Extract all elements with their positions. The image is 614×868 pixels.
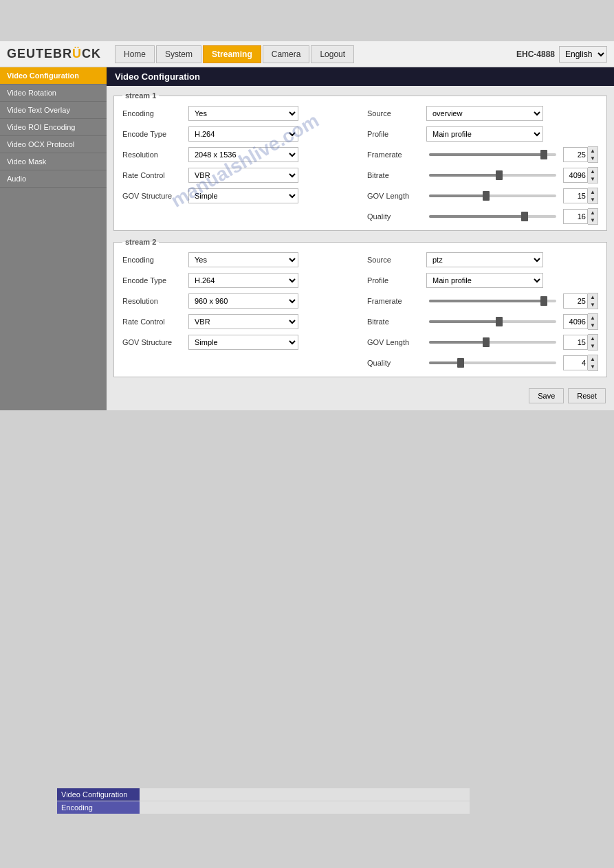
stream2-framerate-input[interactable] bbox=[563, 293, 588, 309]
bottom-bar: Video Configuration Encoding bbox=[0, 788, 614, 814]
stream2-quality-row: Quality ▲ ▼ bbox=[367, 355, 598, 371]
stream1-gov-length-up[interactable]: ▲ bbox=[588, 188, 597, 196]
stream2-form-grid: Encoding Yes No Encode Type H.264 H.265 bbox=[122, 252, 598, 371]
nav-streaming[interactable]: Streaming bbox=[203, 45, 261, 63]
stream2-encoding-select[interactable]: Yes No bbox=[188, 252, 298, 267]
stream2-framerate-down[interactable]: ▼ bbox=[588, 301, 597, 309]
stream1-rate-control-label: Rate Control bbox=[122, 171, 184, 179]
top-nav: GEUTEBRÜCK Home System Streaming Camera … bbox=[0, 41, 614, 67]
sidebar-item-video-roi-encoding[interactable]: Video ROI Encoding bbox=[0, 119, 107, 136]
stream1-framerate-up[interactable]: ▲ bbox=[588, 147, 597, 155]
stream1-gov-structure-row: GOV Structure Simple Advanced bbox=[122, 188, 353, 204]
stream1-encode-type-select[interactable]: H.264 H.265 MJPEG bbox=[188, 126, 298, 142]
stream2-framerate-row: Framerate ▲ ▼ bbox=[367, 293, 598, 309]
sidebar-item-video-ocx-protocol[interactable]: Video OCX Protocol bbox=[0, 136, 107, 153]
stream1-framerate-input[interactable] bbox=[563, 147, 588, 162]
stream2-gov-length-track bbox=[429, 341, 556, 344]
stream1-rate-control-select[interactable]: VBR CBR bbox=[188, 168, 298, 183]
stream2-rate-control-row: Rate Control VBR CBR bbox=[122, 313, 353, 330]
language-select[interactable]: English bbox=[559, 46, 607, 63]
nav-home[interactable]: Home bbox=[115, 45, 155, 63]
stream2-rate-control-select[interactable]: VBR CBR bbox=[188, 314, 298, 329]
stream2-quality-input[interactable] bbox=[563, 355, 588, 370]
stream2-bitrate-track bbox=[429, 320, 556, 323]
stream1-gov-length-row: GOV Length ▲ bbox=[367, 188, 598, 204]
action-buttons-row: Save Reset bbox=[107, 384, 614, 410]
stream1-gov-length-down[interactable]: ▼ bbox=[588, 196, 597, 203]
stream1-bitrate-row: Bitrate ▲ ▼ bbox=[367, 167, 598, 183]
stream2-gov-structure-select[interactable]: Simple Advanced bbox=[188, 335, 298, 350]
stream2-quality-down[interactable]: ▼ bbox=[588, 363, 597, 370]
stream2-quality-slider[interactable] bbox=[426, 361, 559, 364]
sidebar-item-video-config[interactable]: Video Configuration bbox=[0, 67, 107, 85]
stream2-source-select[interactable]: ptz overview bbox=[426, 252, 543, 267]
stream2-bitrate-down[interactable]: ▼ bbox=[588, 322, 597, 329]
stream1-bitrate-thumb[interactable] bbox=[496, 170, 503, 180]
stream2-framerate-slider[interactable] bbox=[426, 300, 559, 302]
stream1-quality-input[interactable] bbox=[563, 209, 588, 224]
reset-button[interactable]: Reset bbox=[568, 388, 606, 403]
nav-system[interactable]: System bbox=[156, 45, 201, 63]
stream1-quality-spinbtns: ▲ ▼ bbox=[588, 208, 598, 225]
stream2-framerate-thumb[interactable] bbox=[540, 296, 547, 306]
stream1-bitrate-input[interactable] bbox=[563, 168, 588, 183]
stream1-gov-length-thumb[interactable] bbox=[483, 191, 490, 201]
nav-logout[interactable]: Logout bbox=[311, 45, 354, 63]
stream1-source-select[interactable]: overview ptz bbox=[426, 106, 543, 121]
stream1-framerate-row: Framerate ▲ ▼ bbox=[367, 146, 598, 163]
stream2-framerate-fill bbox=[429, 300, 544, 302]
stream1-bitrate-down[interactable]: ▼ bbox=[588, 175, 597, 183]
stream2-gov-length-input[interactable] bbox=[563, 335, 588, 350]
stream1-bitrate-up[interactable]: ▲ bbox=[588, 168, 597, 175]
stream2-framerate-up[interactable]: ▲ bbox=[588, 293, 597, 301]
stream1-encode-type-label: Encode Type bbox=[122, 130, 184, 138]
bottom-bar-label2: Encoding bbox=[57, 801, 140, 814]
stream2-framerate-label: Framerate bbox=[367, 297, 422, 305]
stream2-gov-length-slider[interactable] bbox=[426, 341, 559, 344]
stream2-gov-length-up[interactable]: ▲ bbox=[588, 335, 597, 342]
nav-camera[interactable]: Camera bbox=[263, 45, 310, 63]
bottom-bar-row2: Encoding bbox=[57, 801, 470, 814]
stream2-quality-thumb[interactable] bbox=[457, 358, 464, 368]
stream2-resolution-row: Resolution 960 x 960 640 x 480 bbox=[122, 293, 353, 309]
stream2-resolution-label: Resolution bbox=[122, 297, 184, 305]
stream1-encode-type-row: Encode Type H.264 H.265 MJPEG bbox=[122, 126, 353, 142]
stream1-quality-down[interactable]: ▼ bbox=[588, 216, 597, 224]
stream1-gov-length-fill bbox=[429, 194, 486, 197]
stream1-bitrate-track bbox=[429, 174, 556, 177]
stream1-framerate-down[interactable]: ▼ bbox=[588, 155, 597, 162]
sidebar-item-video-mask[interactable]: Video Mask bbox=[0, 153, 107, 170]
stream2-resolution-select[interactable]: 960 x 960 640 x 480 bbox=[188, 293, 298, 309]
stream2-bitrate-input[interactable] bbox=[563, 314, 588, 329]
stream1-gov-length-slider[interactable] bbox=[426, 194, 559, 197]
stream2-gov-length-spinbtns: ▲ ▼ bbox=[588, 334, 598, 350]
sidebar-item-video-rotation[interactable]: Video Rotation bbox=[0, 85, 107, 102]
stream1-gov-length-input[interactable] bbox=[563, 188, 588, 203]
stream2-bitrate-thumb[interactable] bbox=[496, 317, 503, 326]
stream1-resolution-select[interactable]: 2048 x 1536 1920 x 1080 1280 x 720 bbox=[188, 147, 298, 162]
stream2-bitrate-label: Bitrate bbox=[367, 318, 422, 326]
stream1-form-grid: Encoding Yes No Encode Type H.264 H.265 bbox=[122, 105, 598, 225]
stream1-encoding-select[interactable]: Yes No bbox=[188, 106, 298, 121]
stream1-quality-slider[interactable] bbox=[426, 215, 559, 218]
sidebar-item-audio[interactable]: Audio bbox=[0, 170, 107, 188]
save-button[interactable]: Save bbox=[529, 388, 564, 403]
bottom-bar-row1: Video Configuration bbox=[57, 788, 470, 801]
stream1-framerate-thumb[interactable] bbox=[540, 150, 547, 159]
stream2-bitrate-spin: ▲ ▼ bbox=[563, 313, 598, 330]
stream1-bitrate-slider[interactable] bbox=[426, 174, 559, 177]
stream1-quality-up[interactable]: ▲ bbox=[588, 209, 597, 216]
stream2-encoding-row: Encoding Yes No bbox=[122, 252, 353, 268]
stream2-encode-type-select[interactable]: H.264 H.265 bbox=[188, 273, 298, 288]
sidebar-item-video-text-overlay[interactable]: Video Text Overlay bbox=[0, 102, 107, 119]
stream1-profile-select[interactable]: Main profile Baseline High bbox=[426, 126, 543, 142]
stream2-quality-up[interactable]: ▲ bbox=[588, 355, 597, 363]
stream2-bitrate-up[interactable]: ▲ bbox=[588, 314, 597, 322]
stream2-gov-length-thumb[interactable] bbox=[483, 337, 490, 347]
stream2-gov-length-down[interactable]: ▼ bbox=[588, 342, 597, 350]
stream2-profile-select[interactable]: Main profile Baseline bbox=[426, 273, 543, 288]
stream1-quality-thumb[interactable] bbox=[521, 212, 528, 221]
stream1-gov-structure-select[interactable]: Simple Advanced bbox=[188, 188, 298, 203]
stream1-framerate-slider[interactable] bbox=[426, 153, 559, 156]
stream2-bitrate-slider[interactable] bbox=[426, 320, 559, 323]
